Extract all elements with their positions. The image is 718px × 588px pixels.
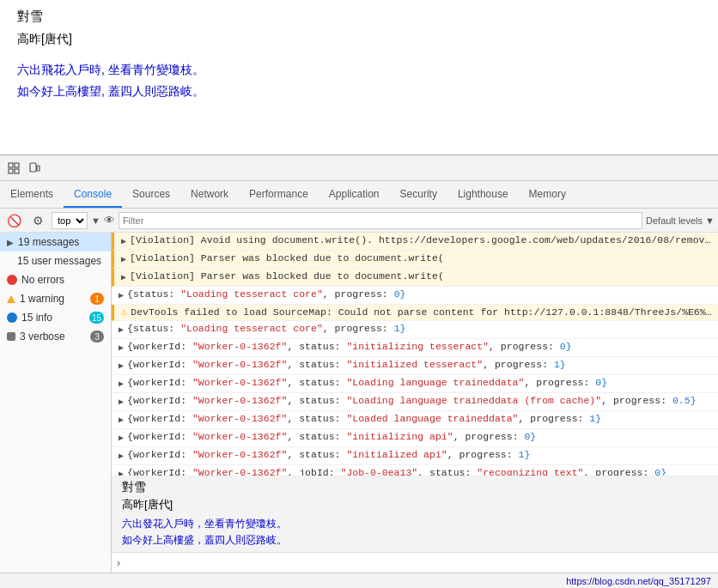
svg-rect-2: [9, 169, 13, 173]
error-icon: [7, 275, 17, 285]
preview-poem-body: 六出發花入戶時，坐看青竹變瓊枝。 如今好上高樓盛，蓋四人則惡路岐。: [122, 516, 708, 549]
sidebar-info-label: 15 info: [21, 312, 52, 324]
log-arrow: ▶: [119, 432, 124, 446]
log-entry[interactable]: ▶{workerId: "Worker-0-1362f", status: "i…: [112, 357, 718, 375]
log-entry[interactable]: ⚠DevTools failed to load SourceMap: Coul…: [112, 305, 718, 321]
devtools-panel: Elements Console Sources Network Perform…: [0, 155, 718, 588]
log-text: {workerId: "Worker-0-1362f", status: "Lo…: [127, 412, 715, 426]
log-arrow: ▶: [119, 324, 124, 337]
console-input[interactable]: [124, 557, 713, 569]
log-arrow: ▶: [121, 253, 126, 267]
clear-console-button[interactable]: 🚫: [3, 210, 24, 231]
context-selector[interactable]: top: [52, 212, 88, 229]
log-arrow: ▶: [119, 450, 124, 464]
svg-rect-1: [15, 163, 19, 167]
log-text: {workerId: "Worker-0-1362f", status: "in…: [127, 340, 715, 354]
sidebar-item-warnings[interactable]: 1 warning 1: [0, 289, 111, 308]
log-entry[interactable]: ▶{workerId: "Worker-0-1362f", status: "L…: [112, 411, 718, 429]
log-entry[interactable]: ▶[Violation] Parser was blocked due to d…: [112, 269, 718, 287]
tab-elements[interactable]: Elements: [0, 181, 64, 208]
svg-rect-4: [30, 163, 36, 172]
settings-button[interactable]: ⚙: [27, 210, 48, 231]
verbose-badge: 3: [90, 330, 104, 342]
tab-sources[interactable]: Sources: [122, 181, 180, 208]
log-text: {workerId: "Worker-0-1362f", status: "in…: [127, 430, 715, 444]
log-entry[interactable]: ▶{workerId: "Worker-0-1362f", status: "i…: [112, 339, 718, 357]
log-entry[interactable]: ▶[Violation] Avoid using document.write(…: [112, 233, 718, 251]
poem-body: 六出飛花入戶時, 坐看青竹變瓊枝。 如今好上高樓望, 蓋四人則惡路岐。: [17, 59, 701, 102]
devtools-tabs: Elements Console Sources Network Perform…: [0, 181, 718, 209]
sidebar-all-label: 19 messages: [18, 236, 79, 248]
bottom-url: https://blog.csdn.net/qq_35171297: [566, 576, 711, 586]
device-toolbar-button[interactable]: [24, 158, 45, 179]
log-arrow: ⚠: [121, 306, 127, 319]
sidebar-verbose-label: 3 verbose: [20, 330, 65, 342]
sidebar-warnings-label: 1 warning: [20, 293, 64, 305]
console-input-row: ›: [112, 552, 718, 573]
tab-application[interactable]: Application: [319, 181, 390, 208]
log-entry[interactable]: ▶{workerId: "Worker-0-1362f", status: "L…: [112, 393, 718, 411]
log-text: [Violation] Parser was blocked due to do…: [130, 252, 715, 265]
log-arrow: ▶: [121, 271, 126, 285]
sidebar-user-label: 15 user messages: [17, 255, 101, 267]
log-arrow: ▶: [119, 378, 124, 391]
console-preview: 對雪 高昨[唐代] 六出發花入戶時，坐看青竹變瓊枝。 如今好上高樓盛，蓋四人則惡…: [112, 476, 718, 552]
log-entry[interactable]: ▶{workerId: "Worker-0-1362f", jobId: "Jo…: [112, 465, 718, 476]
sidebar-item-errors[interactable]: No errors: [0, 270, 111, 289]
warning-icon: [7, 295, 15, 303]
eye-icon[interactable]: 👁: [104, 214, 115, 227]
log-entry[interactable]: ▶[Violation] Parser was blocked due to d…: [112, 251, 718, 269]
preview-poem-title: 對雪: [122, 480, 708, 495]
preview-line-1: 六出發花入戶時，坐看青竹變瓊枝。: [122, 516, 708, 532]
log-entry[interactable]: ▶{status: "Loading tesseract core", prog…: [112, 321, 718, 339]
poem-line-2: 如今好上高樓望, 蓋四人則惡路岐。: [17, 81, 701, 102]
log-entry[interactable]: ▶{workerId: "Worker-0-1362f", status: "i…: [112, 447, 718, 465]
filter-input[interactable]: [119, 212, 642, 229]
log-arrow: ▶: [121, 235, 126, 249]
log-entry[interactable]: ▶{status: "Loading tesseract core", prog…: [112, 287, 718, 305]
log-text: {status: "Loading tesseract core", progr…: [127, 288, 715, 301]
tab-security[interactable]: Security: [390, 181, 447, 208]
bottom-bar: https://blog.csdn.net/qq_35171297: [0, 573, 718, 588]
default-levels-button[interactable]: Default levels ▼: [646, 215, 715, 226]
svg-rect-5: [37, 166, 40, 171]
tab-network[interactable]: Network: [180, 181, 239, 208]
tab-console[interactable]: Console: [64, 181, 122, 208]
preview-poem-author: 高昨[唐代]: [122, 497, 708, 512]
log-entry[interactable]: ▶{workerId: "Worker-0-1362f", status: "L…: [112, 375, 718, 393]
inspect-element-button[interactable]: [3, 158, 24, 179]
log-text: DevTools failed to load SourceMap: Could…: [131, 306, 715, 319]
log-arrow: ▶: [119, 360, 124, 373]
console-toolbar: 🚫 ⚙ top ▼ 👁 Default levels ▼: [0, 209, 718, 233]
poem-title: 對雪: [17, 9, 701, 25]
warnings-badge: 1: [90, 293, 104, 305]
sidebar-errors-label: No errors: [21, 274, 64, 286]
preview-line-2: 如今好上高樓盛，蓋四人則惡路岐。: [122, 532, 708, 549]
log-text: {workerId: "Worker-0-1362f", status: "in…: [127, 358, 715, 372]
log-text: {workerId: "Worker-0-1362f", jobId: "Job…: [127, 466, 715, 476]
devtools-top-toolbar: [0, 155, 718, 181]
svg-rect-3: [15, 169, 19, 173]
tab-performance[interactable]: Performance: [239, 181, 319, 208]
console-log[interactable]: ▶[Violation] Avoid using document.write(…: [112, 233, 718, 476]
sidebar-item-verbose[interactable]: 3 verbose 3: [0, 327, 111, 346]
console-sidebar: ▶ 19 messages 15 user messages No errors…: [0, 233, 112, 573]
sidebar-item-info[interactable]: 15 info 15: [0, 308, 111, 327]
sidebar-item-user[interactable]: 15 user messages: [0, 252, 111, 270]
log-entry[interactable]: ▶{workerId: "Worker-0-1362f", status: "i…: [112, 429, 718, 447]
tab-lighthouse[interactable]: Lighthouse: [447, 181, 519, 208]
log-arrow: ▶: [119, 396, 124, 409]
svg-rect-0: [9, 163, 13, 167]
log-arrow: ▶: [119, 468, 124, 476]
sidebar-item-all[interactable]: ▶ 19 messages: [0, 233, 111, 252]
log-text: {workerId: "Worker-0-1362f", status: "in…: [127, 448, 715, 462]
verbose-icon: [7, 332, 15, 341]
poem-line-1: 六出飛花入戶時, 坐看青竹變瓊枝。: [17, 59, 701, 81]
console-main: ▶ 19 messages 15 user messages No errors…: [0, 233, 718, 573]
log-arrow: ▶: [119, 342, 124, 355]
poem-author: 高昨[唐代]: [17, 32, 701, 47]
tab-memory[interactable]: Memory: [519, 181, 576, 208]
info-badge: 15: [89, 312, 104, 324]
log-arrow: ▶: [119, 414, 124, 427]
log-arrow: ▶: [119, 289, 124, 303]
